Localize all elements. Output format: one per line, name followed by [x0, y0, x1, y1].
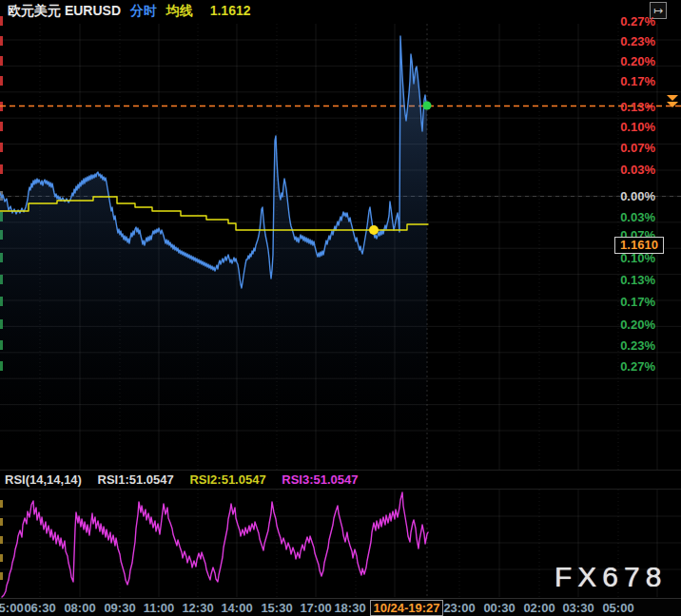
ma-legend-label: 均线 — [166, 3, 193, 18]
last-price-value: 1.1612 — [210, 3, 251, 18]
instrument-title: 欧元美元 EURUSD — [8, 3, 121, 18]
time-tick-label: 11:00 — [144, 601, 175, 615]
last-price-badge: 1.1610 — [614, 237, 664, 254]
rsi-line — [2, 492, 428, 597]
right-axis-label: 0.27% — [620, 14, 655, 29]
right-axis-label: 0.00% — [620, 189, 655, 203]
time-tick-label: 05:00 — [0, 601, 24, 615]
time-tick-label: 23:00 — [443, 601, 475, 615]
time-tick-label: 18:30 — [334, 601, 365, 615]
rsi1-value: RSI1:51.0547 — [98, 472, 174, 487]
time-tick-label: 14:00 — [221, 601, 252, 615]
time-tick-label: 02:00 — [523, 601, 555, 615]
right-axis-label: 0.13% — [620, 273, 655, 287]
right-axis-label: 0.20% — [620, 318, 655, 332]
time-tick-label: 06:30 — [24, 601, 55, 615]
rsi-params-label: RSI(14,14,14) — [5, 472, 82, 487]
rsi-indicator-header: RSI(14,14,14) RSI1:51.0547 RSI2:51.0547 … — [5, 472, 371, 487]
time-tick-label: 17:00 — [300, 601, 331, 615]
chart-header: 欧元美元 EURUSD 分时 均线 1.1612 — [8, 3, 257, 20]
fx678-watermark: FX678 — [555, 561, 667, 593]
right-axis-label: 0.13% — [620, 100, 655, 114]
time-tick-label: 15:30 — [261, 601, 292, 615]
right-axis-label: 0.03% — [620, 163, 655, 177]
ma-highlight-dot — [369, 225, 379, 235]
right-axis-label: 0.07% — [620, 141, 655, 155]
axis-marker-triangle-icon — [667, 102, 678, 107]
rsi3-value: RSI3:51.0547 — [282, 472, 358, 487]
right-axis-label: 0.23% — [620, 34, 655, 48]
right-axis-label: 0.10% — [620, 120, 655, 134]
current-time-badge: 10/24-19:27 — [370, 600, 443, 616]
time-tick-label: 12:30 — [182, 601, 213, 615]
right-axis-label: 0.23% — [620, 338, 655, 353]
time-axis: 10/24-19:27 05:0006:3008:0009:3011:0012:… — [0, 598, 681, 616]
axis-marker-triangle-icon — [667, 95, 678, 101]
right-axis-label: 0.20% — [620, 54, 655, 68]
time-tick-label: 08:00 — [64, 601, 95, 615]
right-axis-label: 0.17% — [620, 295, 655, 309]
right-axis-label: 0.27% — [620, 359, 655, 374]
timeframe-label: 分时 — [130, 3, 157, 18]
right-axis-label: 0.03% — [620, 210, 655, 224]
rsi2-value: RSI2:51.0547 — [189, 472, 265, 487]
time-tick-label: 00:30 — [483, 601, 515, 615]
chart-canvas[interactable] — [0, 0, 681, 616]
time-tick-label: 05:00 — [602, 601, 633, 615]
current-price-dot — [423, 102, 432, 110]
time-tick-label: 03:30 — [562, 601, 593, 615]
time-tick-label: 09:30 — [104, 601, 135, 615]
right-axis-label: 0.17% — [620, 74, 655, 88]
trading-chart-app: 欧元美元 EURUSD 分时 均线 1.1612 ↦ 0.27%0.23%0.2… — [0, 0, 681, 616]
